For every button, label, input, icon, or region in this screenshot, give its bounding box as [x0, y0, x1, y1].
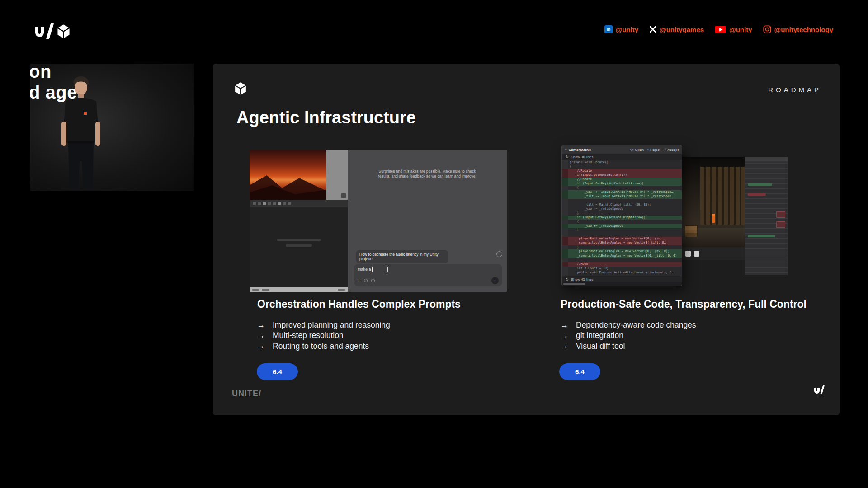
code-line: _playerRoot.eulerAngles = new Vector3(0,… — [562, 237, 682, 241]
social-handles: in @unity @unitygames @unity @unitytechn… — [604, 25, 833, 33]
code-line: _yaw += _rotateSpeed; — [562, 224, 682, 228]
script-inspector-panel — [745, 157, 788, 275]
chat-input[interactable]: make a + ↑ — [354, 264, 502, 286]
sunset-image — [250, 150, 326, 200]
code-line — [562, 199, 682, 203]
feature-list: → Improved planning and reasoning → Mult… — [257, 320, 524, 352]
code-line: //Rotate — [562, 169, 682, 173]
reject-button[interactable]: ×Reject — [647, 148, 660, 152]
editor-toolbar[interactable] — [250, 200, 348, 207]
add-icon[interactable]: + — [358, 278, 360, 283]
code-line: _tilt = Mathf.Clamp(_tilt, -89, 89); — [562, 203, 682, 207]
file-icon — [685, 251, 691, 257]
scrollbar-thumb[interactable] — [563, 283, 585, 285]
code-line: //Move — [562, 262, 682, 266]
crate — [685, 225, 698, 237]
feature-item: → Multi-step resolution — [257, 330, 524, 341]
card-heading: Orchestration Handles Complex Prompts — [257, 298, 524, 310]
svg-text:in: in — [606, 27, 610, 32]
slide-eyebrow: ROADMAP — [768, 86, 821, 94]
user-message-bubble: How to decrease the audio latency in my … — [356, 250, 448, 263]
card-heading: Production-Safe Code, Transparency, Full… — [561, 298, 827, 310]
social-x[interactable]: @unitygames — [649, 26, 704, 33]
unity-u-icon — [35, 27, 44, 37]
presenter-video: on d age — [30, 64, 194, 191]
arrow-icon: → — [561, 342, 571, 351]
social-linkedin[interactable]: in @unity — [604, 25, 638, 33]
scene-3d-view — [682, 157, 745, 247]
assistant-disclaimer: Surprises and mistakes are possible. Mak… — [375, 169, 480, 179]
editor-panel — [250, 200, 348, 292]
history-icon[interactable] — [496, 251, 502, 257]
social-handle: @unity — [729, 26, 752, 33]
chevron-down-icon[interactable]: ▾ — [565, 148, 567, 151]
status-bar — [250, 287, 348, 292]
unity-footer-logo — [814, 385, 824, 394]
feature-text: Improved planning and reasoning — [273, 320, 390, 330]
code-line: _yaw += Input.GetAxis("Mouse X") * _rota… — [562, 190, 682, 194]
feature-text: Visual diff tool — [576, 342, 625, 351]
code-line — [562, 258, 682, 262]
screen: in @unity @unitygames @unity @unitytechn… — [0, 0, 868, 488]
code-line: _camera.localEulerAngles = new Vector3(0… — [562, 254, 682, 258]
feature-list: → Dependency-aware code changes → git in… — [561, 320, 827, 352]
code-line: private void Update() — [562, 160, 682, 164]
placeholder-text-line — [277, 239, 321, 241]
code-line: if (Input.GetKey(KeyCode.LeftArrow)) — [562, 182, 682, 186]
feature-text: Multi-step resolution — [273, 331, 344, 340]
code-line: } — [562, 245, 682, 249]
send-button[interactable]: ↑ — [491, 277, 499, 284]
x-icon — [649, 26, 656, 33]
slash-icon — [820, 385, 825, 394]
code-line: if (Input.GetKey(KeyCode.RightArrow)) — [562, 216, 682, 220]
card-right: Production-Safe Code, Transparency, Full… — [561, 298, 827, 352]
unity-logo — [35, 23, 71, 39]
unity-cube-icon — [234, 82, 247, 95]
version-badge: 6.4 — [559, 363, 600, 380]
horizontal-scrollbar[interactable] — [562, 282, 682, 286]
camera-icon[interactable] — [371, 279, 375, 282]
file-icon — [694, 251, 699, 257]
feature-text: Dependency-aware code changes — [576, 320, 696, 330]
panel-strip — [326, 150, 348, 200]
show-lines-bottom-button[interactable]: ↻Show 45 lines — [562, 276, 682, 282]
chat-input-value: make a — [358, 267, 371, 272]
unite-wordmark: UNITE/ — [232, 389, 261, 399]
code-line: { — [562, 164, 682, 169]
refresh-icon: ↻ — [566, 155, 569, 159]
social-instagram[interactable]: @unitytechnology — [763, 25, 833, 33]
project-files-strip — [682, 247, 745, 260]
feature-text: git integration — [576, 331, 623, 340]
slide: ROADMAP Agentic Infrastructure Surprise — [213, 64, 840, 415]
feature-item: → git integration — [561, 330, 827, 341]
placeholder-text-line — [286, 244, 312, 247]
social-youtube[interactable]: @unity — [715, 26, 752, 33]
card-left: Orchestration Handles Complex Prompts → … — [257, 298, 524, 352]
instagram-icon — [763, 25, 771, 33]
social-handle: @unity — [616, 26, 638, 33]
code-line: int m_Count = 10; — [562, 267, 682, 271]
code-line: //Rotate — [562, 178, 682, 182]
code-line: public void Execute(ActionAttachment att… — [562, 271, 682, 275]
code-line: _tilt -= Input.GetAxis("Mouse Y") * _rot… — [562, 194, 682, 198]
show-lines-top-button[interactable]: ↻Show 38 lines — [562, 154, 682, 160]
code-line: if(Input.GetMouseButton(1)) — [562, 173, 682, 177]
code-line: } — [562, 228, 682, 232]
code-line: { — [562, 220, 682, 224]
diff-header: ▾ CameraMove </>Open ×Reject ✓Accept — [562, 145, 682, 154]
accept-button[interactable]: ✓Accept — [664, 148, 679, 152]
screenshot-code-diff: ▾ CameraMove </>Open ×Reject ✓Accept ↻Sh… — [561, 143, 788, 288]
code-icon: </> — [629, 148, 634, 151]
code-line: { — [562, 186, 682, 190]
robot-character — [712, 216, 715, 223]
assistant-chat-panel: Surprises and mistakes are possible. Mak… — [348, 150, 507, 292]
code-line: _camera.localEulerAngles = new Vector3(_… — [562, 241, 682, 245]
mic-icon[interactable] — [364, 279, 368, 282]
feature-text: Routing to tools and agents — [273, 342, 369, 351]
diff-code: private void Update() { //Rotate if(Inpu… — [562, 160, 682, 276]
warehouse-shelves — [700, 167, 745, 225]
file-name: CameraMove — [569, 148, 591, 152]
social-handle: @unitytechnology — [774, 26, 833, 33]
social-handle: @unitygames — [660, 26, 704, 33]
open-button[interactable]: </>Open — [629, 148, 644, 152]
